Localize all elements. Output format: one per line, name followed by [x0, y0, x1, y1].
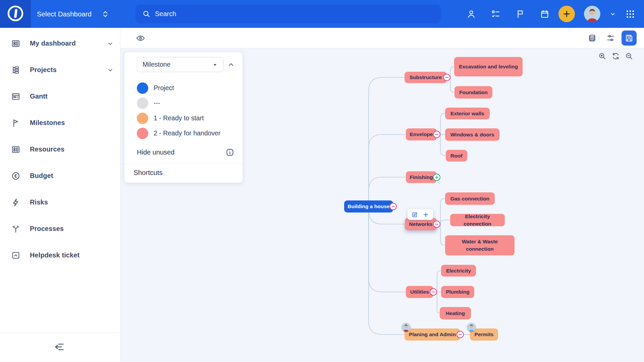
mindmap-node-label: Excavation and leveling — [459, 63, 518, 70]
legend-color-dot — [137, 98, 148, 109]
sidebar-item-gantt[interactable]: Gantt — [0, 83, 120, 110]
sidebar-item-resources[interactable]: Resources — [0, 136, 120, 163]
eye-icon[interactable] — [136, 34, 145, 44]
mindmap-node-finishing[interactable]: Finishing — [406, 171, 437, 183]
collapse-minus-badge[interactable] — [430, 288, 437, 296]
mindmap-edge — [450, 77, 454, 93]
save-icon — [625, 34, 634, 43]
canvas-toolbar — [120, 28, 644, 48]
dashboard-icon — [10, 39, 21, 48]
flag-icon[interactable] — [516, 9, 525, 19]
dashboard-selector-label: Select Dashboard — [37, 10, 92, 18]
zoom-in-icon[interactable] — [598, 52, 606, 60]
add-button[interactable] — [558, 6, 575, 22]
sidebar-item-milestones[interactable]: Milestones — [0, 110, 120, 136]
sidebar-item-label: Resources — [30, 145, 114, 153]
sidebar-collapse-icon[interactable] — [54, 341, 66, 354]
mindmap-node-label: Gas connection — [450, 195, 489, 202]
mindmap-node-envelope[interactable]: Envelope — [406, 128, 437, 140]
collapse-minus-badge[interactable] — [443, 74, 450, 81]
save-button[interactable] — [622, 31, 637, 46]
legend-collapse-chevron-up-icon[interactable] — [227, 61, 235, 69]
processes-icon — [10, 224, 21, 234]
legend-color-dot — [137, 128, 148, 139]
sidebar-item-label: Processes — [30, 225, 114, 233]
collapse-minus-badge[interactable] — [457, 331, 464, 338]
mindmap-node-label: Planing and Admin — [409, 331, 456, 338]
dashboard-selector[interactable]: Select Dashboard — [37, 0, 110, 28]
mindmap-node-windows-doors[interactable]: Windows & doors — [445, 128, 499, 141]
chevron-down-icon[interactable] — [609, 11, 616, 17]
sidebar-nav: My dashboardProjectsGanttMilestonesResou… — [0, 28, 120, 268]
hide-unused-row[interactable]: Hide unused — [137, 145, 234, 160]
add-button[interactable] — [422, 211, 429, 218]
sidebar-item-label: My dashboard — [30, 40, 107, 47]
mindmap-node-electricity-connection[interactable]: Electricity connection — [450, 214, 505, 226]
helpdesk-icon — [10, 251, 21, 260]
filter-sliders-icon[interactable] — [603, 31, 618, 46]
resources-icon — [10, 145, 21, 154]
zoom-out-icon[interactable] — [625, 52, 633, 60]
edit-button[interactable] — [411, 211, 418, 218]
mindmap-node-roof[interactable]: Roof — [446, 150, 467, 162]
mindmap-node-networks[interactable]: Networks — [405, 218, 437, 230]
legend-color-dot — [137, 113, 148, 124]
mindmap-node-exterior-walls[interactable]: Exterior walls — [445, 108, 490, 119]
sidebar-item-processes[interactable]: Processes — [0, 216, 120, 242]
canvas-zoom-controls — [598, 52, 633, 60]
mindmap-node-planing-and-admin[interactable]: Planing and Admin — [405, 328, 460, 341]
expand-plus-badge[interactable] — [433, 174, 440, 181]
mindmap-node-substructure[interactable]: Substructure — [405, 72, 447, 83]
sidebar-item-budget[interactable]: €Budget — [0, 163, 120, 189]
mindmap-edge — [440, 114, 445, 135]
sidebar-item-label: Budget — [30, 172, 114, 180]
mindmap-node-label: Permits — [475, 331, 494, 338]
mindmap-node-plumbing[interactable]: Plumbing — [441, 286, 474, 298]
legend-header: Milestone — [124, 52, 243, 72]
mindmap-canvas[interactable]: Building a houseSubstructureExcavation a… — [120, 48, 644, 362]
mindmap-node-electricity[interactable]: Electricity — [441, 265, 476, 277]
sidebar-item-projects[interactable]: Projects — [0, 57, 120, 83]
mindmap-node-label: Envelope — [410, 131, 433, 138]
mindmap-node-heating[interactable]: Heating — [440, 307, 471, 319]
app-logo-icon — [6, 4, 24, 24]
mindmap-node-gas-connection[interactable]: Gas connection — [445, 192, 495, 205]
info-icon[interactable] — [225, 148, 234, 157]
apps-grid-icon[interactable] — [625, 9, 635, 19]
user-avatar[interactable] — [584, 6, 600, 22]
milestone-select[interactable]: Milestone — [137, 57, 224, 72]
chevron-down-icon[interactable] — [107, 66, 114, 74]
mindmap-node-permits[interactable]: Permits — [470, 328, 498, 341]
sort-chevrons-icon — [101, 10, 110, 18]
legend-item: 2 - Ready for handover — [137, 126, 243, 141]
search-input[interactable] — [155, 10, 434, 18]
canvas-toolbar-right — [585, 31, 637, 46]
sidebar-item-helpdesk-ticket[interactable]: Helpdesk ticket — [0, 242, 120, 268]
sidebar-item-my-dashboard[interactable]: My dashboard — [0, 30, 120, 57]
tasks-icon[interactable] — [491, 9, 500, 19]
shortcuts-row[interactable]: Shortcuts — [124, 164, 243, 182]
chevron-down-icon[interactable] — [107, 40, 114, 47]
mindmap-node-building-a-house[interactable]: Building a house — [344, 200, 393, 213]
calendar-icon[interactable] — [540, 9, 549, 19]
mindmap-node-label: Heating — [446, 310, 465, 317]
collapse-minus-badge[interactable] — [389, 203, 397, 210]
app-logo[interactable] — [0, 0, 31, 28]
refresh-icon[interactable] — [611, 52, 620, 60]
search-bar[interactable] — [136, 5, 441, 23]
collapse-minus-badge[interactable] — [433, 131, 440, 138]
legend-item-label: --- — [154, 99, 160, 107]
sidebar-item-risks[interactable]: Risks — [0, 189, 120, 216]
mindmap-node-foundation[interactable]: Foundation — [454, 86, 492, 99]
user-icon[interactable] — [467, 9, 476, 19]
sidebar-item-label: Helpdesk ticket — [30, 251, 114, 259]
legend-item-label: Project — [154, 84, 174, 92]
mindmap-node-water-waste-connection[interactable]: Water & Waste connection — [445, 235, 515, 255]
layers-stack-icon[interactable] — [585, 31, 600, 46]
legend-item-label: 2 - Ready for handover — [154, 129, 220, 137]
mindmap-node-utilities[interactable]: Utilities — [406, 286, 433, 298]
collapse-minus-badge[interactable] — [433, 221, 440, 228]
mindmap-edge — [450, 67, 454, 77]
mindmap-node-excavation-and-leveling[interactable]: Excavation and leveling — [454, 57, 523, 76]
mindmap-edge — [369, 206, 406, 292]
